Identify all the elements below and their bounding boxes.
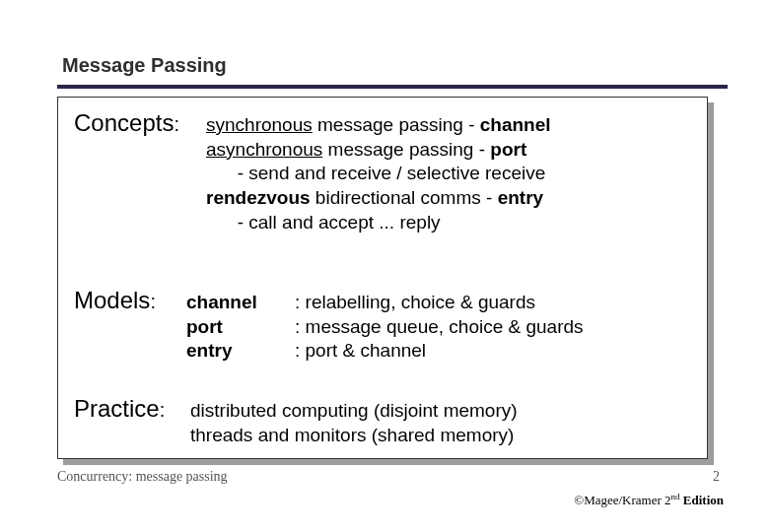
concepts-line-3: - send and receive / selective receive: [206, 162, 699, 186]
models-def-3: : port & channel: [295, 339, 689, 364]
concepts-colon: :: [174, 113, 179, 135]
practice-label: Practice:: [74, 395, 165, 423]
concepts-entry: entry: [498, 187, 543, 208]
concepts-l2-mid: message passing -: [322, 139, 490, 160]
models-defs: : relabelling, choice & guards : message…: [295, 291, 689, 364]
practice-word: Practice: [74, 395, 160, 422]
content-box: Concepts: synchronous message passing - …: [57, 97, 708, 459]
models-colon: :: [150, 291, 156, 312]
practice-body: distributed computing (disjoint memory) …: [190, 399, 703, 447]
footer-credit-post: Edition: [680, 493, 724, 507]
concepts-l4-mid: bidirectional comms -: [311, 187, 498, 208]
practice-line-1: distributed computing (disjoint memory): [190, 399, 703, 424]
concepts-line-2: asynchronous message passing - port: [206, 138, 699, 163]
concepts-l1-mid: message passing -: [313, 114, 480, 135]
models-def-2: : message queue, choice & guards: [295, 315, 689, 340]
models-term-port: port: [186, 315, 275, 340]
concepts-line-5: - call and accept ... reply: [206, 211, 699, 235]
concepts-sync: synchronous: [206, 114, 313, 135]
models-term-channel: channel: [186, 291, 275, 315]
title-rule: [57, 85, 728, 89]
footer-page-number: 2: [713, 469, 720, 485]
concepts-async: asynchronous: [206, 139, 322, 160]
footer-credit-pre: ©Magee/Kramer: [574, 493, 664, 507]
models-def-1: : relabelling, choice & guards: [295, 291, 689, 315]
footer-credit: ©Magee/Kramer 2nd Edition: [574, 492, 724, 508]
models-term-entry: entry: [186, 339, 275, 364]
models-terms: channel port entry: [186, 291, 275, 364]
concepts-body: synchronous message passing - channel as…: [206, 113, 699, 234]
concepts-port: port: [490, 139, 526, 160]
practice-line-2: threads and monitors (shared memory): [190, 424, 703, 448]
footer-credit-sup: nd: [671, 492, 680, 501]
concepts-channel: channel: [480, 114, 551, 135]
practice-colon: :: [160, 399, 166, 421]
concepts-line-1: synchronous message passing - channel: [206, 113, 699, 138]
concepts-word: Concepts: [74, 109, 174, 136]
models-word: Models: [74, 287, 150, 313]
slide-title: Message Passing: [62, 54, 227, 77]
concepts-label: Concepts:: [74, 109, 179, 137]
footer-left: Concurrency: message passing: [57, 469, 228, 485]
models-label: Models:: [74, 287, 156, 314]
slide: Message Passing Concepts: synchronous me…: [0, 0, 769, 532]
concepts-rendezvous: rendezvous: [206, 187, 311, 208]
concepts-line-4: rendezvous bidirectional comms - entry: [206, 186, 699, 211]
